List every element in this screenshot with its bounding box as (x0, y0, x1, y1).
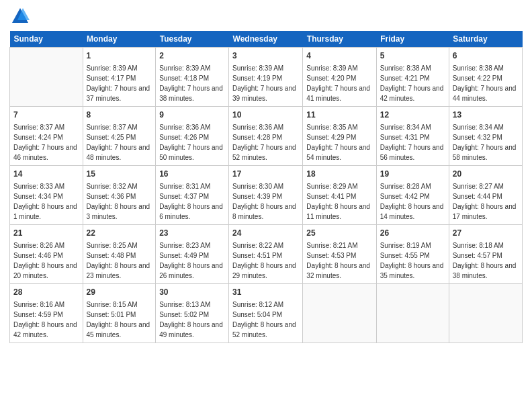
day-info: Sunrise: 8:39 AMSunset: 4:18 PMDaylight:… (159, 64, 223, 102)
day-number: 15 (87, 169, 152, 180)
day-cell: 7Sunrise: 8:37 AMSunset: 4:24 PMDaylight… (10, 107, 83, 166)
day-cell: 22Sunrise: 8:25 AMSunset: 4:48 PMDayligh… (83, 225, 156, 284)
col-header-tuesday: Tuesday (156, 31, 229, 48)
day-number: 5 (380, 50, 445, 62)
week-row-4: 21Sunrise: 8:26 AMSunset: 4:46 PMDayligh… (10, 225, 523, 284)
day-info: Sunrise: 8:36 AMSunset: 4:28 PMDaylight:… (232, 124, 296, 161)
day-info: Sunrise: 8:28 AMSunset: 4:42 PMDaylight:… (380, 183, 444, 220)
day-cell: 1Sunrise: 8:39 AMSunset: 4:17 PMDaylight… (83, 48, 156, 107)
day-cell (10, 48, 83, 107)
day-info: Sunrise: 8:13 AMSunset: 5:02 PMDaylight:… (159, 301, 223, 338)
day-info: Sunrise: 8:22 AMSunset: 4:51 PMDaylight:… (232, 242, 296, 279)
day-cell: 15Sunrise: 8:32 AMSunset: 4:36 PMDayligh… (83, 166, 156, 225)
day-number: 12 (380, 109, 445, 121)
col-header-sunday: Sunday (10, 31, 83, 48)
day-cell: 8Sunrise: 8:37 AMSunset: 4:25 PMDaylight… (83, 107, 156, 166)
day-number: 7 (13, 109, 79, 121)
day-cell: 13Sunrise: 8:34 AMSunset: 4:32 PMDayligh… (449, 107, 522, 166)
day-info: Sunrise: 8:34 AMSunset: 4:32 PMDaylight:… (453, 124, 517, 161)
day-number: 14 (13, 169, 79, 180)
day-cell (303, 284, 376, 343)
page-container: SundayMondayTuesdayWednesdayThursdayFrid… (0, 0, 532, 350)
day-info: Sunrise: 8:30 AMSunset: 4:39 PMDaylight:… (232, 183, 296, 220)
day-number: 16 (159, 169, 225, 180)
day-info: Sunrise: 8:39 AMSunset: 4:17 PMDaylight:… (87, 64, 150, 102)
day-number: 22 (87, 228, 152, 239)
day-number: 23 (159, 228, 225, 239)
col-header-wednesday: Wednesday (229, 31, 303, 48)
day-cell: 16Sunrise: 8:31 AMSunset: 4:37 PMDayligh… (156, 166, 229, 225)
day-info: Sunrise: 8:26 AMSunset: 4:46 PMDaylight:… (13, 242, 77, 279)
day-number: 4 (306, 50, 372, 62)
logo-icon (11, 7, 30, 26)
day-number: 3 (232, 50, 299, 62)
day-info: Sunrise: 8:32 AMSunset: 4:36 PMDaylight:… (87, 183, 150, 220)
day-cell: 6Sunrise: 8:38 AMSunset: 4:22 PMDaylight… (449, 48, 522, 107)
day-cell: 21Sunrise: 8:26 AMSunset: 4:46 PMDayligh… (10, 225, 83, 284)
day-number: 13 (453, 109, 519, 121)
day-number: 17 (232, 169, 299, 180)
day-info: Sunrise: 8:25 AMSunset: 4:48 PMDaylight:… (87, 242, 150, 279)
day-cell: 9Sunrise: 8:36 AMSunset: 4:26 PMDaylight… (156, 107, 229, 166)
day-info: Sunrise: 8:19 AMSunset: 4:55 PMDaylight:… (380, 242, 444, 279)
day-info: Sunrise: 8:38 AMSunset: 4:22 PMDaylight:… (453, 64, 517, 102)
day-cell: 18Sunrise: 8:29 AMSunset: 4:41 PMDayligh… (303, 166, 376, 225)
day-number: 24 (232, 228, 299, 239)
day-number: 29 (87, 287, 152, 298)
day-info: Sunrise: 8:23 AMSunset: 4:49 PMDaylight:… (159, 242, 223, 279)
week-row-5: 28Sunrise: 8:16 AMSunset: 4:59 PMDayligh… (10, 284, 523, 343)
day-cell: 3Sunrise: 8:39 AMSunset: 4:19 PMDaylight… (229, 48, 303, 107)
day-cell: 20Sunrise: 8:27 AMSunset: 4:44 PMDayligh… (449, 166, 522, 225)
day-number: 26 (380, 228, 445, 239)
day-cell: 27Sunrise: 8:18 AMSunset: 4:57 PMDayligh… (449, 225, 522, 284)
day-info: Sunrise: 8:37 AMSunset: 4:25 PMDaylight:… (87, 124, 150, 161)
day-info: Sunrise: 8:16 AMSunset: 4:59 PMDaylight:… (13, 301, 77, 338)
day-cell: 14Sunrise: 8:33 AMSunset: 4:34 PMDayligh… (10, 166, 83, 225)
day-cell: 5Sunrise: 8:38 AMSunset: 4:21 PMDaylight… (376, 48, 449, 107)
day-cell: 25Sunrise: 8:21 AMSunset: 4:53 PMDayligh… (303, 225, 376, 284)
day-number: 30 (159, 287, 225, 298)
header-row: SundayMondayTuesdayWednesdayThursdayFrid… (10, 31, 523, 48)
calendar-table: SundayMondayTuesdayWednesdayThursdayFrid… (9, 31, 523, 343)
day-info: Sunrise: 8:38 AMSunset: 4:21 PMDaylight:… (380, 64, 444, 102)
day-info: Sunrise: 8:12 AMSunset: 5:04 PMDaylight:… (232, 301, 296, 338)
day-info: Sunrise: 8:36 AMSunset: 4:26 PMDaylight:… (159, 124, 223, 161)
week-row-1: 1Sunrise: 8:39 AMSunset: 4:17 PMDaylight… (10, 48, 523, 107)
day-info: Sunrise: 8:37 AMSunset: 4:24 PMDaylight:… (13, 124, 77, 161)
day-cell: 23Sunrise: 8:23 AMSunset: 4:49 PMDayligh… (156, 225, 229, 284)
day-info: Sunrise: 8:31 AMSunset: 4:37 PMDaylight:… (159, 183, 223, 220)
day-number: 6 (453, 50, 519, 62)
col-header-thursday: Thursday (303, 31, 376, 48)
day-cell: 19Sunrise: 8:28 AMSunset: 4:42 PMDayligh… (376, 166, 449, 225)
day-number: 19 (380, 169, 445, 180)
col-header-saturday: Saturday (449, 31, 522, 48)
day-cell: 29Sunrise: 8:15 AMSunset: 5:01 PMDayligh… (83, 284, 156, 343)
day-info: Sunrise: 8:35 AMSunset: 4:29 PMDaylight:… (306, 124, 370, 161)
day-info: Sunrise: 8:39 AMSunset: 4:19 PMDaylight:… (232, 64, 296, 102)
day-number: 20 (453, 169, 519, 180)
week-row-2: 7Sunrise: 8:37 AMSunset: 4:24 PMDaylight… (10, 107, 523, 166)
day-number: 9 (159, 109, 225, 121)
day-cell: 30Sunrise: 8:13 AMSunset: 5:02 PMDayligh… (156, 284, 229, 343)
day-cell: 11Sunrise: 8:35 AMSunset: 4:29 PMDayligh… (303, 107, 376, 166)
day-number: 18 (306, 169, 372, 180)
col-header-friday: Friday (376, 31, 449, 48)
day-info: Sunrise: 8:29 AMSunset: 4:41 PMDaylight:… (306, 183, 370, 220)
day-cell: 10Sunrise: 8:36 AMSunset: 4:28 PMDayligh… (229, 107, 303, 166)
day-info: Sunrise: 8:15 AMSunset: 5:01 PMDaylight:… (87, 301, 150, 338)
day-cell (376, 284, 449, 343)
day-number: 11 (306, 109, 372, 121)
week-row-3: 14Sunrise: 8:33 AMSunset: 4:34 PMDayligh… (10, 166, 523, 225)
day-info: Sunrise: 8:34 AMSunset: 4:31 PMDaylight:… (380, 124, 444, 161)
day-info: Sunrise: 8:39 AMSunset: 4:20 PMDaylight:… (306, 64, 370, 102)
day-cell: 31Sunrise: 8:12 AMSunset: 5:04 PMDayligh… (229, 284, 303, 343)
day-cell: 28Sunrise: 8:16 AMSunset: 4:59 PMDayligh… (10, 284, 83, 343)
col-header-monday: Monday (83, 31, 156, 48)
day-cell: 12Sunrise: 8:34 AMSunset: 4:31 PMDayligh… (376, 107, 449, 166)
day-cell: 24Sunrise: 8:22 AMSunset: 4:51 PMDayligh… (229, 225, 303, 284)
day-cell: 26Sunrise: 8:19 AMSunset: 4:55 PMDayligh… (376, 225, 449, 284)
header (9, 7, 523, 26)
day-number: 21 (13, 228, 79, 239)
day-number: 2 (159, 50, 225, 62)
day-info: Sunrise: 8:33 AMSunset: 4:34 PMDaylight:… (13, 183, 77, 220)
